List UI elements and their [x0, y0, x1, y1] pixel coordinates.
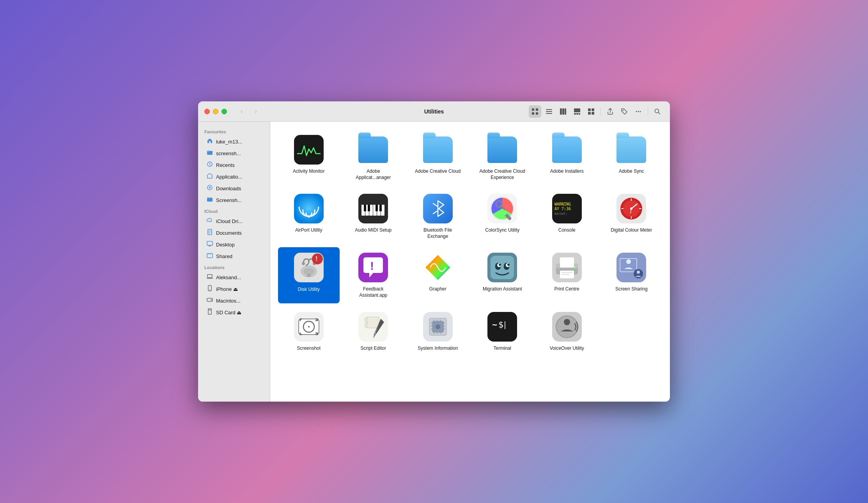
app-item-script-editor[interactable]: Script Editor [343, 306, 404, 356]
maximize-button[interactable] [221, 109, 227, 114]
sidebar-item-screenshots[interactable]: screensh... [200, 147, 267, 159]
sidebar-item-sdcard[interactable]: SD Card ⏏ [200, 306, 267, 318]
terminal-label: Terminal [494, 345, 511, 352]
app-item-activity-monitor[interactable]: Activity Monitor [278, 129, 340, 185]
app-item-terminal[interactable]: ~ $ Terminal [472, 306, 533, 356]
feedback-assistant-icon: ! [358, 252, 389, 283]
app-item-system-info[interactable]: System Information [407, 306, 469, 356]
svg-text:!: ! [370, 259, 374, 272]
grapher-label: Grapher [429, 286, 446, 292]
view-icons-button[interactable] [529, 105, 541, 118]
folder-icon-2 [207, 196, 213, 204]
sidebar-item-shared-label: Shared [216, 253, 232, 259]
sidebar-item-icloud-drive[interactable]: iCloud Dri... [200, 215, 267, 227]
terminal-icon: ~ $ [487, 311, 518, 342]
view-list-button[interactable] [543, 105, 555, 118]
icloud-section-label: iCloud [198, 206, 270, 215]
app-item-grapher[interactable]: Grapher [407, 247, 469, 303]
svg-point-89 [507, 264, 510, 266]
svg-rect-33 [207, 275, 212, 278]
app-item-colorsync[interactable]: ColorSync Utility [472, 188, 533, 244]
sidebar-item-iphone[interactable]: iPhone ⏏ [200, 283, 267, 295]
svg-point-126 [436, 324, 440, 329]
app-item-voiceover[interactable]: VoiceOver Utility [536, 306, 598, 356]
print-centre-icon [551, 252, 583, 283]
sidebar-item-desktop[interactable]: Desktop [200, 239, 267, 250]
icloud-icon [207, 217, 213, 225]
app-item-digital-colour[interactable]: Digital Colour Meter [601, 188, 663, 244]
view-gallery-button[interactable] [571, 105, 583, 118]
sidebar-item-screenshots2[interactable]: Screensh... [200, 194, 267, 206]
app-item-feedback-assistant[interactable]: ! Feedback Assistant.app [343, 247, 404, 303]
back-button[interactable]: ‹ [236, 106, 247, 117]
recents-icon [207, 161, 213, 169]
voiceover-label: VoiceOver Utility [550, 345, 584, 352]
more-button[interactable] [632, 105, 645, 118]
svg-rect-17 [592, 112, 594, 115]
iphone-icon [207, 285, 213, 293]
app-item-disk-utility[interactable]: ! Disk Utility [278, 247, 340, 303]
sdcard-icon [207, 308, 213, 316]
view-group-button[interactable] [585, 105, 597, 118]
app-item-adobe-installers[interactable]: Adobe Installers [536, 129, 598, 185]
app-item-airport-utility[interactable]: AirPort Utility [278, 188, 340, 244]
sidebar-item-desktop-label: Desktop [216, 242, 235, 248]
app-item-console[interactable]: WARNING AY 7:36 kernel: Console [536, 188, 598, 244]
digital-colour-label: Digital Colour Meter [611, 227, 652, 234]
tag-button[interactable] [618, 105, 631, 118]
svg-rect-48 [364, 205, 366, 211]
share-button[interactable] [604, 105, 616, 118]
svg-rect-96 [562, 274, 569, 275]
forward-button[interactable]: › [250, 106, 261, 117]
svg-rect-1 [536, 108, 538, 111]
screenshot-label: Screenshot [297, 345, 321, 352]
svg-rect-9 [565, 108, 566, 115]
sidebar-item-recents[interactable]: Recents [200, 159, 267, 171]
sidebar-item-home[interactable]: luke_m13... [200, 136, 267, 147]
svg-point-22 [640, 111, 641, 112]
colorsync-icon [487, 193, 518, 224]
sidebar-item-downloads-label: Downloads [216, 186, 241, 191]
sidebar-item-recents-label: Recents [216, 162, 235, 168]
app-item-adobe-sync[interactable]: Adobe Sync [601, 129, 663, 185]
sidebar-item-aleksand[interactable]: Aleksand... [200, 271, 267, 283]
svg-rect-29 [207, 197, 209, 198]
sidebar-item-applications[interactable]: Applicatio... [200, 171, 267, 182]
sidebar-item-shared[interactable]: Shared [200, 250, 267, 262]
screenshot-icon [293, 311, 324, 342]
svg-rect-75 [307, 274, 311, 277]
svg-rect-50 [376, 205, 378, 211]
app-item-screenshot[interactable]: Screenshot [278, 306, 340, 356]
sidebar-item-downloads[interactable]: Downloads [200, 182, 267, 194]
toolbar-actions [529, 105, 664, 118]
sidebar-item-macintosh[interactable]: Macintos... [200, 295, 267, 306]
adobe-sync-label: Adobe Sync [619, 168, 644, 175]
sidebar-item-documents[interactable]: Documents [200, 227, 267, 239]
app-item-adobe-cc-exp[interactable]: Adobe Creative Cloud Experience [472, 129, 533, 185]
toolbar: ‹ › Utilities [198, 101, 670, 122]
adobe-installers-label: Adobe Installers [550, 168, 584, 175]
svg-rect-51 [379, 205, 382, 211]
svg-rect-18 [591, 109, 592, 114]
svg-rect-11 [574, 113, 576, 115]
app-item-bluetooth-file[interactable]: Bluetooth File Exchange [407, 188, 469, 244]
search-button[interactable] [651, 105, 664, 118]
app-item-adobe-creative-cloud[interactable]: Adobe Creative Cloud [407, 129, 469, 185]
locations-section-label: Locations [198, 262, 270, 271]
view-columns-button[interactable] [557, 105, 569, 118]
app-item-audio-midi[interactable]: Audio MIDI Setup [343, 188, 404, 244]
app-item-print-centre[interactable]: Print Centre [536, 247, 598, 303]
svg-text:WARNING: WARNING [554, 202, 571, 206]
app-item-adobe-app-manager[interactable]: Adobe Applicat...anager [343, 129, 404, 185]
adobe-sync-icon [616, 134, 647, 165]
close-button[interactable] [204, 109, 210, 114]
app-item-screen-sharing[interactable]: Screen Sharing [601, 247, 663, 303]
harddrive-icon [207, 297, 213, 305]
minimize-button[interactable] [213, 109, 218, 114]
svg-rect-16 [588, 112, 591, 115]
sidebar-item-applications-label: Applicatio... [216, 174, 242, 180]
sidebar-item-iphone-label: iPhone ⏏ [216, 286, 238, 292]
sidebar-item-documents-label: Documents [216, 230, 242, 236]
screen-sharing-icon [616, 252, 647, 283]
app-item-migration-assistant[interactable]: Migration Assistant [472, 247, 533, 303]
